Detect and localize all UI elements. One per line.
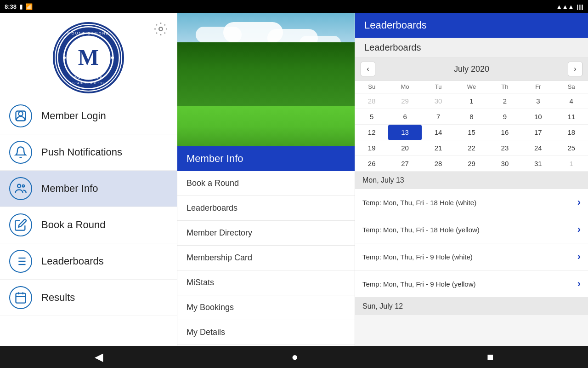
sidebar-header: M MOUNT OSMOND ESTABLISHED 1927 GOLF CLU…	[0, 13, 177, 98]
gear-icon[interactable]	[154, 22, 168, 36]
calendar-day-6[interactable]: 6	[388, 109, 421, 125]
book-a-round-label: Book a Round	[41, 219, 105, 231]
sim-icon: 📶	[25, 3, 33, 10]
golf-course-image	[177, 13, 355, 146]
calendar-day-22[interactable]: 22	[455, 140, 488, 156]
day-header-we: We	[455, 80, 488, 93]
calendar-next-btn[interactable]: ›	[568, 62, 582, 76]
calendar-day-29[interactable]: 29	[455, 156, 488, 172]
calendar-prev-btn[interactable]: ‹	[361, 62, 375, 76]
person-icon	[9, 104, 32, 127]
svg-text:GOLF CLUB: GOLF CLUB	[74, 75, 103, 80]
menu-item-member-directory[interactable]: Member Directory	[177, 221, 355, 246]
trees-layer	[177, 42, 355, 109]
menu-item-leaderboards[interactable]: Leaderboards	[177, 196, 355, 221]
bell-icon	[9, 141, 32, 164]
booking-item-4-chevron: ›	[577, 278, 581, 290]
people-icon	[9, 177, 32, 200]
calendar-day-5[interactable]: 5	[355, 109, 388, 125]
sidebar-item-results[interactable]: Results	[0, 280, 177, 316]
booking-item-4-text: Temp: Mon, Thu, Fri - 9 Hole (yellow)	[362, 280, 577, 288]
calendar-day-4[interactable]: 4	[555, 93, 588, 109]
home-button[interactable]: ●	[278, 347, 312, 367]
sidebar-item-member-info[interactable]: Member Info	[0, 171, 177, 207]
middle-panel: Member Info Book a Round Leaderboards Me…	[177, 13, 355, 346]
menu-item-my-details[interactable]: My Details	[177, 320, 355, 345]
status-bar: 8:38 ▮ 📶 ▲▲▲ ||||	[0, 0, 588, 13]
calendar-day-1[interactable]: 1	[455, 93, 488, 109]
status-bar-right: ▲▲▲ ||||	[556, 3, 583, 10]
calendar-day-10[interactable]: 10	[521, 109, 554, 125]
calendar-day-13[interactable]: 13	[388, 125, 421, 140]
svg-point-10	[111, 57, 114, 59]
recent-apps-button[interactable]: ■	[473, 347, 508, 367]
sidebar-item-push-notifications[interactable]: Push Notifications	[0, 134, 177, 171]
menu-item-book-a-round[interactable]: Book a Round	[177, 171, 355, 196]
sidebar-item-member-login[interactable]: Member Login	[0, 98, 177, 134]
calendar-day-25[interactable]: 25	[555, 140, 588, 156]
calendar-day-26[interactable]: 26	[355, 156, 388, 172]
calendar-day-8[interactable]: 8	[455, 109, 488, 125]
wifi-icon: ▲▲▲	[556, 3, 574, 10]
calendar-day-29[interactable]: 29	[388, 93, 421, 109]
svg-text:ESTABLISHED 1927: ESTABLISHED 1927	[70, 81, 107, 85]
calendar-day-30[interactable]: 30	[422, 93, 455, 109]
calendar-day-30[interactable]: 30	[488, 156, 521, 172]
calendar-day-2[interactable]: 2	[488, 93, 521, 109]
calendar-day-17[interactable]: 17	[521, 125, 554, 140]
calendar-day-18[interactable]: 18	[555, 125, 588, 140]
booking-item-4[interactable]: Temp: Mon, Thu, Fri - 9 Hole (yellow) ›	[355, 270, 588, 298]
calendar-month-title: July 2020	[454, 64, 489, 74]
booking-item-1[interactable]: Temp: Mon, Thu, Fri - 18 Hole (white) ›	[355, 189, 588, 216]
day-header-fr: Fr	[521, 80, 554, 93]
booking-item-2[interactable]: Temp: Mon, Thu, Fri - 18 Hole (yellow) ›	[355, 216, 588, 243]
calendar-day-24[interactable]: 24	[521, 140, 554, 156]
member-info-label: Member Info	[41, 183, 98, 195]
calendar-day-23[interactable]: 23	[488, 140, 521, 156]
booking-item-1-chevron: ›	[577, 196, 581, 208]
calendar-day-27[interactable]: 27	[388, 156, 421, 172]
bottom-nav: ◀ ● ■	[0, 346, 588, 368]
booking-item-2-chevron: ›	[577, 224, 581, 236]
day-header-su: Su	[355, 80, 388, 93]
app-container: M MOUNT OSMOND ESTABLISHED 1927 GOLF CLU…	[0, 13, 588, 346]
sidebar-item-leaderboards[interactable]: Leaderboards	[0, 243, 177, 280]
sidebar: M MOUNT OSMOND ESTABLISHED 1927 GOLF CLU…	[0, 13, 177, 346]
booking-item-3-text: Temp: Mon, Thu, Fri - 9 Hole (white)	[362, 253, 577, 261]
calendar-nav: ‹ July 2020 ›	[355, 58, 588, 80]
calendar-day-1[interactable]: 1	[555, 156, 588, 172]
calendar-day-3[interactable]: 3	[521, 93, 554, 109]
calendar-day-14[interactable]: 14	[422, 125, 455, 140]
calendar-day-11[interactable]: 11	[555, 109, 588, 125]
booking-item-1-text: Temp: Mon, Thu, Fri - 18 Hole (white)	[362, 199, 577, 207]
calendar-day-19[interactable]: 19	[355, 140, 388, 156]
back-button[interactable]: ◀	[81, 347, 117, 367]
svg-point-12	[18, 112, 23, 116]
calendar-day-31[interactable]: 31	[521, 156, 554, 172]
member-login-label: Member Login	[41, 110, 106, 122]
battery-icon: ▮	[19, 3, 23, 10]
menu-item-mistats[interactable]: MiStats	[177, 270, 355, 295]
calendar-day-21[interactable]: 21	[422, 140, 455, 156]
menu-item-my-bookings[interactable]: My Bookings	[177, 295, 355, 320]
menu-item-membership-card[interactable]: Membership Card	[177, 246, 355, 270]
calendar-day-7[interactable]: 7	[422, 109, 455, 125]
calendar-day-9[interactable]: 9	[488, 109, 521, 125]
svg-point-0	[159, 27, 163, 31]
sidebar-item-book-a-round[interactable]: Book a Round	[0, 207, 177, 243]
calendar-day-28[interactable]: 28	[422, 156, 455, 172]
calendar-day-15[interactable]: 15	[455, 125, 488, 140]
calendar-icon	[9, 286, 32, 309]
calendar-day-20[interactable]: 20	[388, 140, 421, 156]
prev-date-header: Sun, July 12	[355, 298, 588, 315]
status-time: 8:38	[5, 3, 17, 10]
calendar-day-28[interactable]: 28	[355, 93, 388, 109]
right-panel-header: Leaderboards	[355, 13, 588, 38]
svg-rect-22	[16, 293, 26, 303]
svg-text:M: M	[78, 45, 99, 69]
calendar-day-12[interactable]: 12	[355, 125, 388, 140]
booking-item-3[interactable]: Temp: Mon, Thu, Fri - 9 Hole (white) ›	[355, 243, 588, 270]
selected-date-header: Mon, July 13	[355, 172, 588, 189]
pencil-icon	[9, 213, 32, 236]
calendar-day-16[interactable]: 16	[488, 125, 521, 140]
